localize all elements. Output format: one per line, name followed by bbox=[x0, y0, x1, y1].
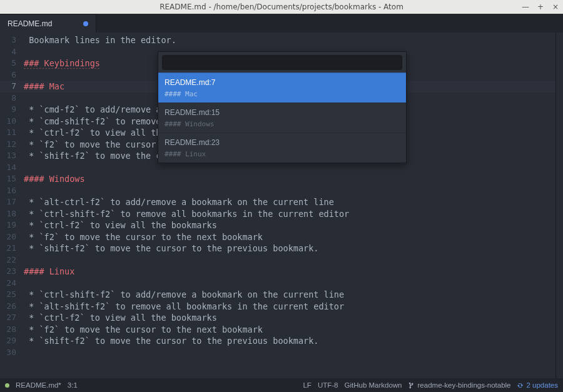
line-number: 10 bbox=[0, 116, 21, 128]
line-number: 4 bbox=[0, 46, 21, 58]
close-button[interactable]: × bbox=[552, 3, 559, 11]
status-file[interactable]: README.md* bbox=[16, 381, 61, 389]
code-line: #### Linux bbox=[24, 266, 555, 278]
tab-title: README.md bbox=[8, 19, 52, 28]
code-line: * `alt-shift-f2` to remove all bookmarks… bbox=[24, 301, 555, 313]
window-controls: — + × bbox=[522, 0, 559, 14]
sync-icon bbox=[517, 382, 524, 389]
status-branch-label: readme-key-bindings-notable bbox=[418, 381, 511, 389]
code-line: * `ctrl-f2` to view all the bookmarks bbox=[24, 219, 555, 231]
palette-item[interactable]: README.md:23#### Linux bbox=[158, 133, 406, 163]
line-number: 30 bbox=[0, 347, 21, 359]
scrollbar[interactable] bbox=[555, 33, 563, 378]
palette-search-input[interactable] bbox=[162, 55, 402, 70]
code-line: * `shift-f2` to move the cursor to the p… bbox=[24, 243, 555, 254]
palette-item-secondary: #### Mac bbox=[165, 90, 400, 98]
palette-item-secondary: #### Linux bbox=[165, 150, 400, 158]
line-number: 28 bbox=[0, 324, 21, 336]
window-titlebar: README.md - /home/ben/Documents/projects… bbox=[0, 0, 563, 14]
status-updates-label: 2 updates bbox=[526, 381, 558, 389]
code-line: #### Windows bbox=[24, 173, 555, 185]
status-updates[interactable]: 2 updates bbox=[517, 381, 558, 389]
status-branch[interactable]: readme-key-bindings-notable bbox=[408, 381, 511, 389]
line-number: 9 bbox=[0, 104, 21, 116]
line-number: 3 bbox=[0, 34, 21, 46]
line-number: 12 bbox=[0, 139, 21, 151]
line-number: 14 bbox=[0, 162, 21, 174]
line-number: 27 bbox=[0, 312, 21, 324]
line-number: 21 bbox=[0, 243, 21, 254]
code-line: * `ctrl-shift-f2` to add/remove a bookma… bbox=[24, 289, 555, 301]
status-cursor-position[interactable]: 3:1 bbox=[68, 381, 78, 389]
line-number: 8 bbox=[0, 93, 21, 104]
palette-item-primary: README.md:23 bbox=[165, 138, 400, 147]
line-number: 23 bbox=[0, 266, 21, 278]
line-number: 20 bbox=[0, 231, 21, 243]
status-eol[interactable]: LF bbox=[303, 381, 311, 389]
line-number: 18 bbox=[0, 208, 21, 220]
status-ok-icon bbox=[5, 383, 9, 388]
line-number: 11 bbox=[0, 127, 21, 139]
status-encoding[interactable]: UTF-8 bbox=[318, 381, 338, 389]
line-number: 16 bbox=[0, 185, 21, 197]
palette-item[interactable]: README.md:15#### Windows bbox=[158, 103, 406, 133]
palette-item-primary: README.md:7 bbox=[165, 78, 400, 87]
code-line bbox=[24, 278, 555, 289]
line-number: 29 bbox=[0, 335, 21, 347]
status-grammar[interactable]: GitHub Markdown bbox=[344, 381, 402, 389]
line-number-gutter[interactable]: 3456789101112131415161718192021222324252… bbox=[0, 33, 21, 378]
line-number: 7 bbox=[0, 81, 21, 93]
line-number: 5 bbox=[0, 58, 21, 69]
git-branch-icon bbox=[408, 382, 415, 389]
code-line: * `f2` to move the cursor to the next bo… bbox=[24, 231, 555, 243]
line-number: 6 bbox=[0, 69, 21, 81]
code-line bbox=[24, 162, 555, 174]
code-line bbox=[24, 347, 555, 359]
palette-list: README.md:7#### MacREADME.md:15#### Wind… bbox=[158, 73, 406, 163]
line-number: 19 bbox=[0, 219, 21, 231]
code-line: * `shift-f2` to move the cursor to the p… bbox=[24, 335, 555, 347]
line-number: 17 bbox=[0, 196, 21, 208]
code-line bbox=[24, 254, 555, 266]
code-line bbox=[24, 185, 555, 197]
minimize-button[interactable]: — bbox=[522, 3, 529, 11]
code-line: Bookmark lines in the editor. bbox=[24, 34, 555, 46]
palette-item[interactable]: README.md:7#### Mac bbox=[158, 73, 406, 103]
status-bar: README.md* 3:1 LF UTF-8 GitHub Markdown … bbox=[0, 378, 563, 392]
line-number: 22 bbox=[0, 254, 21, 266]
editor-area: 3456789101112131415161718192021222324252… bbox=[0, 33, 563, 378]
modified-dot-icon bbox=[83, 21, 88, 26]
line-number: 13 bbox=[0, 150, 21, 162]
tab-bar: README.md bbox=[0, 14, 563, 33]
tab-readme[interactable]: README.md bbox=[0, 14, 96, 33]
line-number: 24 bbox=[0, 278, 21, 289]
code-line: * `alt-ctrl-f2` to add/remove a bookmark… bbox=[24, 196, 555, 208]
bookmarks-palette: README.md:7#### MacREADME.md:15#### Wind… bbox=[158, 51, 407, 163]
window-title: README.md - /home/ben/Documents/projects… bbox=[160, 3, 403, 11]
line-number: 26 bbox=[0, 301, 21, 313]
code-line: * `ctrl-f2` to view all the bookmarks bbox=[24, 312, 555, 324]
maximize-button[interactable]: + bbox=[537, 3, 544, 11]
code-line: * `f2` to move the cursor to the next bo… bbox=[24, 324, 555, 336]
palette-item-secondary: #### Windows bbox=[165, 120, 400, 128]
code-line: * `ctrl-shift-f2` to remove all bookmark… bbox=[24, 208, 555, 220]
line-number: 15 bbox=[0, 173, 21, 185]
line-number: 25 bbox=[0, 289, 21, 301]
palette-item-primary: README.md:15 bbox=[165, 108, 400, 117]
